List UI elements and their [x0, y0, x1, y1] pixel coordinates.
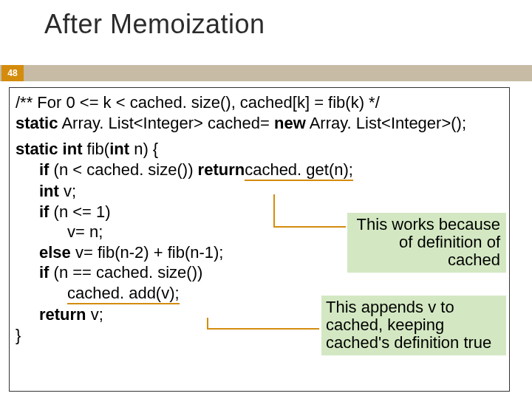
annotation-note: This works because of definition of cach…	[347, 213, 506, 273]
connector-line	[273, 194, 275, 228]
code-line: static int fib(int n) {	[16, 139, 503, 160]
annotation-note: This appends v to cached, keeping cached…	[321, 296, 506, 355]
code-line: if (n < cached. size()) return cached. g…	[16, 160, 503, 182]
slide: { "title": "After Memoization", "page": …	[0, 0, 532, 399]
connector-line	[273, 226, 346, 228]
underlined-span: cached. get(n);	[245, 160, 353, 182]
connector-line	[207, 318, 208, 328]
code-line: int v;	[16, 181, 503, 202]
code-line: /** For 0 <= k < cached. size(), cached[…	[16, 92, 503, 113]
slide-title: After Memoization	[44, 9, 265, 40]
page-number-badge: 48	[1, 65, 24, 81]
connector-line	[207, 328, 319, 330]
code-line: static Array. List<Integer> cached= new …	[16, 113, 503, 134]
underlined-span: cached. add(v);	[67, 283, 180, 305]
header-bar	[0, 65, 532, 81]
